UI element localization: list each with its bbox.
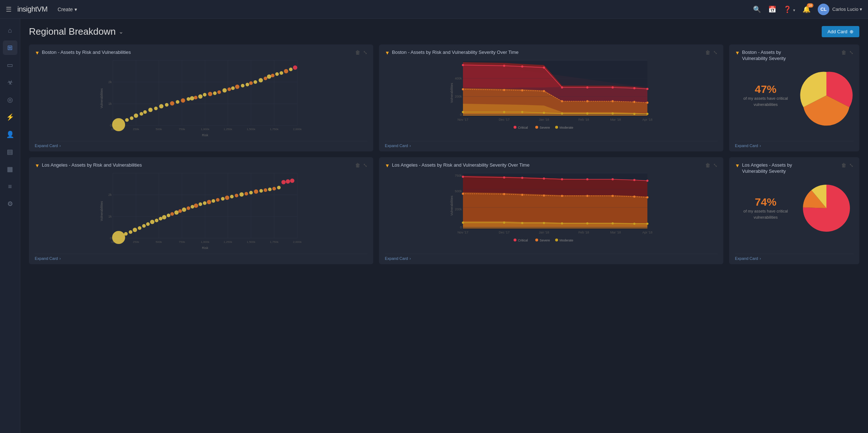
user-menu[interactable]: CL Carlos Lucio ▾	[818, 4, 862, 15]
svg-point-229	[535, 239, 538, 241]
sidebar-item-reports[interactable]: ▤	[3, 145, 17, 159]
svg-point-182	[286, 179, 290, 184]
svg-text:750k: 750k	[179, 240, 185, 244]
sidebar-item-data[interactable]: ▦	[3, 162, 17, 176]
svg-point-163	[199, 202, 202, 206]
svg-point-179	[272, 187, 276, 190]
delete-card-icon[interactable]: 🗑	[705, 50, 710, 55]
expand-card-icon[interactable]: ⤡	[849, 162, 854, 168]
expand-card-link[interactable]: Expand Card	[35, 256, 58, 261]
hamburger-menu[interactable]: ☰	[6, 5, 12, 13]
help-icon[interactable]: ❓ ▾	[783, 5, 795, 13]
sidebar-item-remediation[interactable]: ⚡	[3, 110, 17, 124]
card-title: Boston - Assets by Vulnerability Severit…	[742, 50, 786, 62]
svg-point-175	[254, 189, 258, 194]
nav-icons-group: 🔍 📅 ❓ ▾ 🔔18 CL Carlos Lucio ▾	[753, 4, 862, 15]
svg-point-102	[633, 113, 635, 115]
delete-card-icon[interactable]: 🗑	[355, 162, 360, 168]
svg-text:200k: 200k	[455, 95, 462, 98]
svg-point-174	[249, 191, 253, 194]
delete-card-icon[interactable]: 🗑	[841, 50, 846, 55]
delete-card-icon[interactable]: 🗑	[841, 162, 846, 168]
delete-card-icon[interactable]: 🗑	[705, 162, 710, 168]
sidebar-item-settings[interactable]: ⚙	[3, 197, 17, 211]
username: Carlos Lucio ▾	[832, 7, 862, 12]
search-icon[interactable]: 🔍	[753, 5, 761, 13]
svg-text:Vulnerabilities: Vulnerabilities	[100, 88, 103, 108]
expand-card-icon[interactable]: ⤡	[363, 162, 367, 168]
expand-card-icon[interactable]: ⤡	[713, 162, 718, 168]
svg-point-112	[535, 126, 538, 129]
svg-point-36	[159, 104, 163, 108]
svg-text:2,000k: 2,000k	[293, 128, 302, 131]
svg-point-78	[503, 65, 505, 67]
svg-text:1k: 1k	[108, 215, 112, 218]
svg-point-207	[561, 195, 563, 197]
svg-text:Mar '18: Mar '18	[610, 231, 621, 234]
svg-text:Apr '18: Apr '18	[642, 118, 652, 121]
expand-card-icon[interactable]: ⤡	[849, 50, 854, 55]
svg-point-177	[264, 188, 267, 192]
calendar-icon[interactable]: 📅	[768, 5, 776, 13]
svg-point-95	[462, 111, 464, 113]
svg-text:Jan '18: Jan '18	[539, 231, 549, 234]
svg-point-217	[586, 222, 588, 224]
svg-point-227	[514, 239, 516, 241]
sidebar-item-home[interactable]: ⌂	[3, 23, 17, 38]
svg-point-110	[514, 126, 516, 129]
expand-card-link[interactable]: Expand Card	[35, 143, 58, 148]
svg-text:Vulnerabilities: Vulnerabilities	[100, 201, 103, 221]
sidebar-item-users[interactable]: 👤	[3, 127, 17, 142]
svg-point-93	[633, 101, 635, 103]
svg-point-202	[646, 180, 648, 182]
svg-point-151	[150, 220, 154, 224]
svg-text:Mar '18: Mar '18	[610, 118, 621, 121]
svg-point-208	[586, 195, 588, 197]
svg-point-149	[142, 224, 146, 228]
svg-point-158	[178, 209, 182, 213]
expand-card-icon[interactable]: ⤡	[713, 50, 718, 55]
svg-point-38	[170, 101, 174, 106]
sidebar-item-threats[interactable]: ☣	[3, 75, 17, 90]
expand-card-link[interactable]: Expand Card	[385, 143, 408, 148]
svg-point-56	[254, 80, 257, 84]
svg-text:200k: 200k	[455, 207, 462, 211]
svg-point-89	[543, 90, 545, 92]
svg-point-218	[612, 222, 614, 224]
page-header: Regional Breakdown ⌄ Add Card ⊕	[29, 26, 859, 37]
boston-scatter-card: ▼ Boston - Assets by Risk and Vulnerabil…	[29, 44, 373, 151]
add-card-button[interactable]: Add Card ⊕	[822, 26, 859, 37]
expand-card-icon[interactable]: ⤡	[363, 50, 367, 55]
notifications-icon[interactable]: 🔔18	[803, 5, 810, 13]
svg-point-169	[225, 196, 229, 200]
create-menu[interactable]: Create ▾	[58, 7, 77, 12]
svg-point-159	[182, 207, 186, 212]
page-title-dropdown[interactable]: ⌄	[119, 28, 123, 35]
expand-card-link[interactable]: Expand Card	[735, 143, 758, 148]
expand-card-link[interactable]: Expand Card	[385, 256, 408, 261]
svg-point-33	[143, 110, 147, 114]
svg-point-96	[503, 111, 505, 113]
svg-point-48	[217, 90, 221, 94]
svg-text:1,750k: 1,750k	[270, 240, 279, 244]
sidebar-item-dashboard[interactable]: ⊞	[3, 40, 17, 55]
card-title: Los Angeles - Assets by Vulnerability Se…	[742, 162, 792, 175]
card-footer: Expand Card ›	[35, 254, 367, 261]
svg-point-203	[462, 193, 464, 195]
svg-text:250k: 250k	[133, 240, 139, 244]
svg-point-231	[555, 239, 558, 241]
expand-card-link[interactable]: Expand Card	[735, 256, 758, 261]
la-scatter-card: ▼ Los Angeles - Assets by Risk and Vulne…	[29, 157, 373, 264]
sidebar-item-list[interactable]: ≡	[3, 179, 17, 194]
svg-point-162	[194, 203, 198, 208]
svg-text:0: 0	[460, 113, 462, 116]
svg-point-195	[503, 176, 505, 179]
svg-text:1,250k: 1,250k	[224, 240, 233, 244]
sidebar-item-monitor[interactable]: ▭	[3, 58, 17, 72]
delete-card-icon[interactable]: 🗑	[355, 50, 360, 55]
svg-point-87	[503, 89, 505, 91]
svg-point-206	[543, 194, 545, 197]
sidebar-item-goals[interactable]: ◎	[3, 93, 17, 107]
svg-text:0: 0	[110, 124, 112, 127]
svg-point-46	[208, 92, 212, 96]
